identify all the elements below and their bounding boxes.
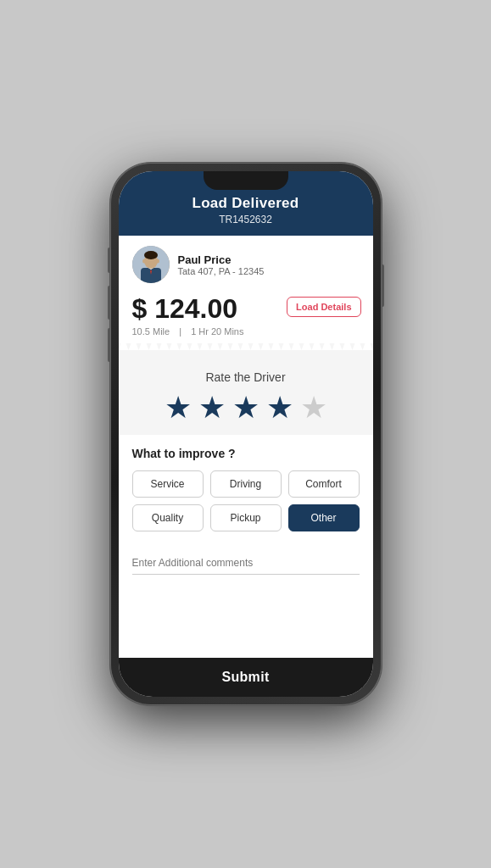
phone-screen: Load Delivered TR1452632 xyxy=(119,171,373,697)
stars-container: ★ ★ ★ ★ ★ xyxy=(132,392,360,423)
main-content: Paul Price Tata 407, PA - 12345 $ 124.00… xyxy=(119,236,373,658)
tags-grid: Service Driving Comfort Quality Pickup O… xyxy=(132,470,360,531)
driver-info: Paul Price Tata 407, PA - 12345 xyxy=(178,253,265,276)
driver-name: Paul Price xyxy=(178,253,265,266)
volume-up-button xyxy=(108,286,110,320)
improve-section: What to improve ? Service Driving Comfor… xyxy=(119,435,373,542)
separator: | xyxy=(179,326,181,337)
driver-vehicle: Tata 407, PA - 12345 xyxy=(178,266,265,276)
star-3[interactable]: ★ xyxy=(232,392,259,423)
driver-section: Paul Price Tata 407, PA - 12345 xyxy=(119,236,373,290)
tag-quality[interactable]: Quality xyxy=(132,504,204,531)
svg-point-5 xyxy=(144,251,158,259)
tag-pickup[interactable]: Pickup xyxy=(210,504,282,531)
header-subtitle: TR1452632 xyxy=(132,214,360,225)
power-button xyxy=(382,264,384,307)
improve-label: What to improve ? xyxy=(132,447,360,460)
volume-down-button xyxy=(108,328,110,362)
header-title: Load Delivered xyxy=(132,195,360,212)
star-4[interactable]: ★ xyxy=(266,392,293,423)
zigzag-divider xyxy=(119,343,373,357)
price-meta: 10.5 Mile | 1 Hr 20 Mins xyxy=(132,326,360,337)
price-section: $ 124.00 10.5 Mile | 1 Hr 20 Mins Load D… xyxy=(119,290,373,343)
silent-button xyxy=(108,248,110,273)
star-1[interactable]: ★ xyxy=(165,392,192,423)
distance: 10.5 Mile xyxy=(132,326,170,337)
phone-device: Load Delivered TR1452632 xyxy=(110,163,382,705)
footer: Submit xyxy=(119,658,373,697)
tag-other[interactable]: Other xyxy=(288,504,360,531)
comment-input[interactable] xyxy=(132,552,360,575)
rating-section: Rate the Driver ★ ★ ★ ★ ★ xyxy=(119,357,373,435)
comment-section xyxy=(119,542,373,658)
load-details-button[interactable]: Load Details xyxy=(287,297,360,317)
svg-point-6 xyxy=(142,259,146,264)
svg-point-7 xyxy=(156,259,159,264)
tag-comfort[interactable]: Comfort xyxy=(288,470,360,498)
star-2[interactable]: ★ xyxy=(198,392,226,423)
tag-service[interactable]: Service xyxy=(132,470,204,498)
notch xyxy=(204,171,288,190)
submit-button[interactable]: Submit xyxy=(221,670,269,685)
rate-label: Rate the Driver xyxy=(132,370,360,384)
duration: 1 Hr 20 Mins xyxy=(191,326,243,337)
tag-driving[interactable]: Driving xyxy=(210,470,282,498)
avatar xyxy=(132,246,170,283)
star-5[interactable]: ★ xyxy=(300,392,327,423)
